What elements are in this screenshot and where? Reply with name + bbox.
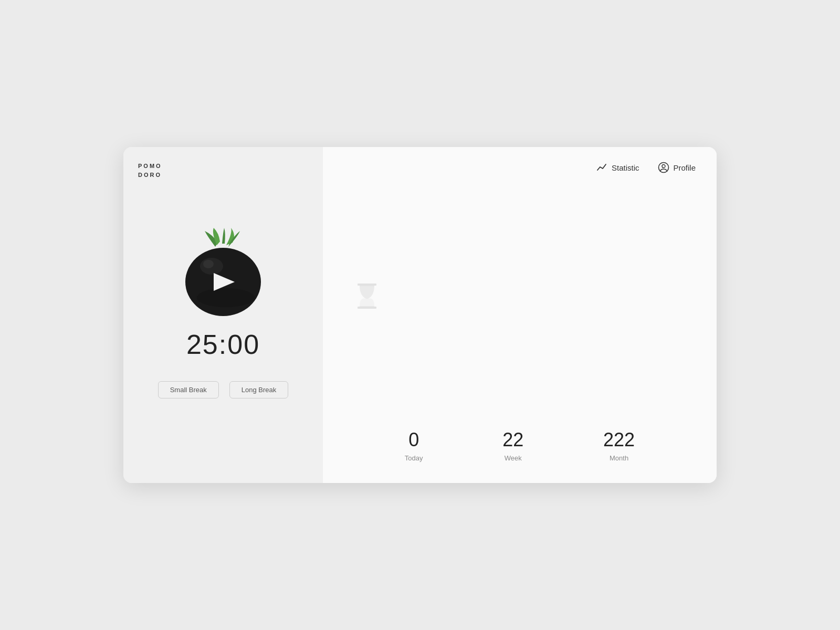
profile-label: Profile (673, 163, 696, 172)
stat-week-value: 22 (502, 429, 523, 451)
app-logo: POMO DORO (138, 162, 162, 179)
tomato-leaves (205, 228, 240, 247)
stat-today-label: Today (405, 454, 423, 462)
stat-week: 22 Week (502, 429, 523, 462)
stat-month-label: Month (610, 454, 628, 462)
profile-icon (658, 162, 669, 173)
timer-display: 25:00 (186, 329, 260, 360)
stat-today: 0 Today (405, 429, 423, 462)
stat-month: 222 Month (603, 429, 635, 462)
right-header: Statistic Profile (344, 162, 696, 173)
stat-week-label: Week (505, 454, 522, 462)
tomato-area: 25:00 Small Break Long Break (158, 216, 289, 398)
svg-rect-8 (358, 307, 376, 309)
svg-point-3 (197, 288, 255, 307)
tomato-play-button[interactable] (176, 216, 270, 316)
profile-nav[interactable]: Profile (658, 162, 696, 173)
long-break-button[interactable]: Long Break (229, 381, 289, 398)
small-break-button[interactable]: Small Break (158, 381, 219, 398)
statistic-icon (596, 162, 608, 173)
stat-month-value: 222 (603, 429, 635, 451)
stat-today-value: 0 (408, 429, 419, 451)
svg-point-6 (662, 165, 665, 168)
stats-row: 0 Today 22 Week 222 Month (344, 418, 696, 462)
center-area (344, 173, 696, 418)
svg-rect-7 (358, 284, 376, 286)
app-container: POMO DORO (123, 147, 717, 483)
right-panel: Statistic Profile (323, 147, 717, 483)
statistic-nav[interactable]: Statistic (596, 162, 639, 173)
left-panel: POMO DORO (123, 147, 323, 483)
break-buttons: Small Break Long Break (158, 381, 289, 398)
svg-point-2 (203, 260, 214, 268)
statistic-label: Statistic (612, 163, 639, 172)
hourglass-icon (354, 281, 380, 311)
